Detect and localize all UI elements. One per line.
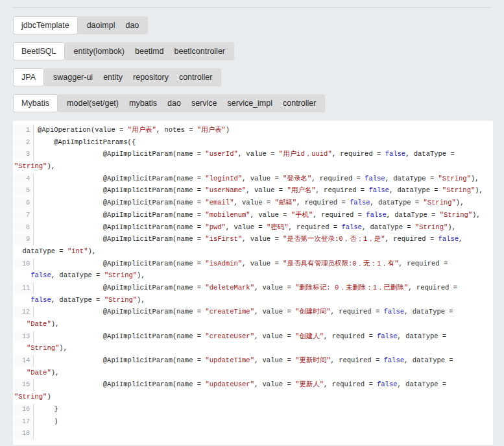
code-text: @ApiImplicitParam(name = — [38, 284, 205, 291]
code-text: , required = — [331, 356, 384, 364]
code-line-wrap: "String") — [14, 391, 493, 403]
code-text — [14, 296, 30, 304]
tab-repository[interactable]: repository — [128, 68, 174, 86]
code-text: , value = — [242, 175, 283, 182]
code-string: "用户表" — [197, 126, 226, 134]
code-text: , dataType = — [404, 308, 453, 316]
code-line-wrap: false, dataType = "String"), — [14, 294, 493, 306]
code-text: , required = — [331, 308, 384, 316]
framework-group: JPA swagger-uientityrepositorycontroller — [13, 68, 491, 86]
code-string: "String" — [14, 162, 47, 170]
code-string: "int" — [67, 247, 88, 255]
code-text: , value = — [246, 186, 287, 194]
code-string: "更新时间" — [295, 356, 331, 364]
code-string: "String" — [415, 223, 448, 231]
line-number: 11 — [14, 282, 34, 294]
code-text — [14, 271, 30, 279]
tab-service[interactable]: service — [186, 94, 222, 112]
code-keyword: false — [350, 199, 370, 206]
code-string: "String" — [14, 393, 47, 401]
code-text: ), — [475, 186, 483, 194]
code-string: "是否第一次登录:0，否；1，是" — [283, 235, 385, 243]
line-number: 12 — [14, 306, 34, 318]
code-string: "isFirst" — [205, 235, 242, 243]
code-line-wrap: "String"), — [14, 160, 493, 173]
code-text: , dataType = — [51, 296, 104, 304]
code-text: , dataType = — [405, 150, 455, 158]
tab-entity[interactable]: entity — [98, 68, 128, 86]
group-label-mybatis: Mybatis — [13, 94, 58, 112]
code-text: @ApiImplicitParam(name = — [38, 211, 205, 219]
code-text: @ApiImplicitParam(name = — [38, 308, 205, 316]
code-line-8: 8 @ApiImplicitParam(name = "pwd", value … — [14, 221, 493, 234]
line-number: 15 — [14, 379, 34, 391]
code-text: @ApiImplicitParam(name = — [38, 150, 205, 158]
code-string: "登录名" — [283, 175, 311, 182]
tab-model-set-get[interactable]: model(set/get) — [62, 94, 124, 112]
framework-groups: jdbcTemplate daoimpldao BeetlSQL entity(… — [13, 16, 491, 112]
code-text: , dataType = — [51, 271, 104, 279]
code-text: , required = — [311, 175, 365, 182]
file-tab-list: daoimpldao — [78, 16, 149, 34]
code-text: , value = — [254, 308, 295, 316]
code-text: ), — [88, 247, 96, 255]
tab-entity-lombok[interactable]: entity(lombok) — [69, 42, 130, 60]
tab-dao[interactable]: dao — [162, 94, 186, 112]
code-line-wrap: "Date"), — [14, 367, 493, 379]
tab-daoimpl[interactable]: daoimpl — [82, 16, 121, 34]
code-text: } — [38, 405, 58, 413]
tab-controller[interactable]: controller — [174, 68, 217, 86]
tab-beetlmd[interactable]: beetlmd — [130, 42, 169, 60]
line-number: 4 — [14, 173, 34, 185]
code-string: "创建人" — [295, 332, 324, 340]
code-text: , notes = — [156, 126, 197, 134]
code-string: "isAdmin" — [205, 260, 242, 267]
code-text: @ApiImplicitParam(name = — [38, 332, 205, 340]
code-string: "用户id，uuid" — [279, 150, 332, 158]
top-divider — [13, 7, 491, 8]
code-line-9: 9 @ApiImplicitParam(name = "isFirst", va… — [14, 233, 493, 245]
tab-service-impl[interactable]: service_impl — [222, 94, 278, 112]
tab-mybatis[interactable]: mybatis — [124, 94, 162, 112]
code-text — [14, 369, 27, 377]
code-text: , required = — [332, 150, 385, 158]
code-string: "String" — [442, 186, 475, 194]
tab-beetlcontroller[interactable]: beetlcontroller — [169, 42, 231, 60]
code-string: "密码" — [267, 223, 289, 231]
code-text: , value = — [242, 235, 283, 243]
code-text: @ApiImplicitParam(name = — [38, 235, 205, 243]
code-string: "userId" — [205, 150, 237, 158]
code-line-wrap: dataType = "int"), — [14, 245, 493, 258]
code-text: , required = — [296, 199, 350, 206]
code-text: , value = — [234, 199, 274, 206]
code-string: "创建时间" — [295, 308, 331, 316]
code-text: , dataType = — [385, 175, 438, 182]
code-text: ), — [47, 162, 55, 170]
code-text: , dataType = — [362, 223, 415, 231]
code-text: , required = — [399, 260, 448, 267]
code-text: ), — [472, 211, 481, 219]
code-text: ), — [456, 199, 464, 206]
code-string: "String" — [104, 296, 137, 304]
tab-controller[interactable]: controller — [278, 94, 321, 112]
code-text: ), — [51, 320, 60, 328]
tab-dao[interactable]: dao — [120, 16, 144, 34]
line-number: 16 — [14, 404, 34, 415]
code-text: @ApiImplicitParam(name = — [38, 199, 205, 206]
code-line-wrap: "String"), — [14, 342, 493, 354]
code-viewer[interactable]: 1@ApiOperation(value = "用户表", notes = "用… — [13, 121, 493, 445]
code-text: , value = — [242, 260, 283, 267]
group-label-beetlsql: BeetlSQL — [13, 42, 65, 60]
code-text: @ApiImplicitParam(name = — [38, 356, 205, 364]
framework-group: BeetlSQL entity(lombok)beetlmdbeetlcontr… — [13, 42, 491, 60]
framework-group: jdbcTemplate daoimpldao — [13, 16, 491, 34]
code-string: "mobilenum" — [205, 211, 250, 219]
code-text: , value = — [254, 284, 295, 291]
code-text: @ApiImplicitParam(name = — [38, 186, 205, 194]
group-label-jdbctemplate: jdbcTemplate — [13, 16, 78, 34]
code-text: , value = — [226, 223, 267, 231]
code-string: "String" — [440, 211, 472, 219]
code-string: "createTime" — [205, 308, 254, 316]
tab-swagger-ui[interactable]: swagger-ui — [48, 68, 98, 86]
page-root: jdbcTemplate daoimpldao BeetlSQL entity(… — [0, 7, 504, 445]
